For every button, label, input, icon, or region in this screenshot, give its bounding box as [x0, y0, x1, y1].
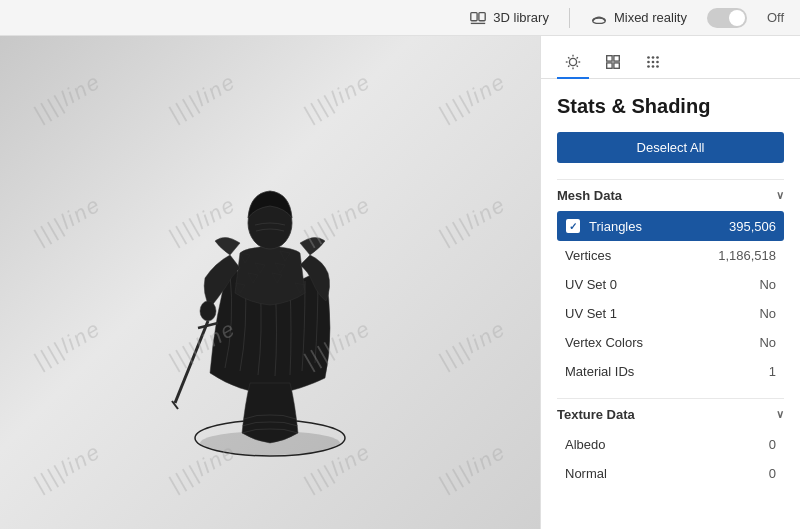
material-ids-value: 1: [716, 364, 776, 379]
tab-shading[interactable]: [557, 46, 589, 78]
3d-library-button[interactable]: 3D library: [469, 9, 549, 27]
watermark-cell: ||||line: [383, 257, 540, 431]
triangles-label: Triangles: [589, 219, 708, 234]
mixed-reality-icon: [590, 9, 608, 27]
svg-rect-21: [614, 56, 619, 61]
triangles-checkbox[interactable]: [565, 218, 581, 234]
vertex-colors-row: Vertex Colors No: [557, 328, 784, 357]
svg-point-7: [200, 301, 216, 321]
tab-dots[interactable]: [637, 46, 669, 78]
svg-point-28: [652, 61, 655, 64]
svg-point-24: [647, 56, 650, 59]
svg-line-18: [577, 57, 578, 58]
normal-label: Normal: [565, 466, 708, 481]
watermark-cell: ||||line: [0, 134, 157, 308]
watermark-cell: ||||line: [383, 134, 540, 308]
albedo-value: 0: [716, 437, 776, 452]
svg-point-3: [593, 18, 606, 23]
svg-point-29: [656, 61, 659, 64]
svg-point-11: [569, 58, 576, 65]
vertex-colors-label: Vertex Colors: [565, 335, 708, 350]
normal-row: Normal 0: [557, 459, 784, 488]
checkbox-checked-icon: [566, 219, 580, 233]
material-ids-row: Material IDs 1: [557, 357, 784, 386]
texture-section-title: Texture Data: [557, 407, 635, 422]
texture-section-header[interactable]: Texture Data ∨: [557, 398, 784, 430]
watermark-cell: ||||line: [0, 36, 157, 185]
svg-rect-1: [479, 12, 485, 20]
library-icon: [469, 9, 487, 27]
mesh-section-title: Mesh Data: [557, 188, 622, 203]
3d-viewport[interactable]: ||||line ||||line ||||line ||||line ||||…: [0, 36, 540, 529]
watermark-cell: ||||line: [0, 380, 157, 529]
uvset0-value: No: [716, 277, 776, 292]
mesh-section-header[interactable]: Mesh Data ∨: [557, 179, 784, 211]
grid-icon: [604, 53, 622, 71]
right-panel: Stats & Shading Deselect All Mesh Data ∨…: [540, 36, 800, 529]
svg-point-25: [652, 56, 655, 59]
tab-grid[interactable]: [597, 46, 629, 78]
watermark-cell: ||||line: [383, 380, 540, 529]
svg-line-19: [568, 66, 569, 67]
uvset0-label: UV Set 0: [565, 277, 708, 292]
svg-rect-20: [607, 56, 612, 61]
main-content: ||||line ||||line ||||line ||||line ||||…: [0, 36, 800, 529]
texture-data-section: Texture Data ∨ Albedo 0 Normal 0: [557, 398, 784, 488]
watermark-cell: ||||line: [0, 257, 157, 431]
vertices-row: Vertices 1,186,518: [557, 241, 784, 270]
albedo-row: Albedo 0: [557, 430, 784, 459]
uvset1-value: No: [716, 306, 776, 321]
svg-point-31: [652, 65, 655, 68]
svg-point-30: [647, 65, 650, 68]
vertex-colors-value: No: [716, 335, 776, 350]
material-ids-label: Material IDs: [565, 364, 708, 379]
albedo-label: Albedo: [565, 437, 708, 452]
svg-rect-0: [471, 12, 477, 20]
panel-content: Stats & Shading Deselect All Mesh Data ∨…: [541, 79, 800, 529]
uvset1-label: UV Set 1: [565, 306, 708, 321]
3d-model: [160, 93, 380, 473]
svg-line-8: [175, 321, 208, 403]
dots-grid-icon: [644, 53, 662, 71]
svg-rect-23: [614, 63, 619, 68]
vertices-label: Vertices: [565, 248, 708, 263]
triangles-row[interactable]: Triangles 395,506: [557, 211, 784, 241]
mixed-reality-button[interactable]: Mixed reality: [590, 9, 687, 27]
uvset1-row: UV Set 1 No: [557, 299, 784, 328]
normal-value: 0: [716, 466, 776, 481]
svg-rect-22: [607, 63, 612, 68]
toggle-state-label: Off: [767, 10, 784, 25]
texture-chevron-icon: ∨: [776, 408, 784, 421]
watermark-cell: ||||line: [383, 36, 540, 185]
mixed-reality-toggle[interactable]: [707, 8, 747, 28]
svg-point-26: [656, 56, 659, 59]
mesh-chevron-icon: ∨: [776, 189, 784, 202]
mesh-data-section: Mesh Data ∨ Triangles 395,506 Vertices 1…: [557, 179, 784, 386]
topbar-divider: [569, 8, 570, 28]
panel-title: Stats & Shading: [557, 95, 784, 118]
vertices-value: 1,186,518: [716, 248, 776, 263]
deselect-all-button[interactable]: Deselect All: [557, 132, 784, 163]
svg-point-32: [656, 65, 659, 68]
mixed-reality-label: Mixed reality: [614, 10, 687, 25]
triangles-value: 395,506: [716, 219, 776, 234]
svg-line-17: [577, 66, 578, 67]
svg-point-27: [647, 61, 650, 64]
topbar: 3D library Mixed reality Off: [0, 0, 800, 36]
svg-line-16: [568, 57, 569, 58]
panel-tabs: [541, 36, 800, 79]
sun-icon: [564, 53, 582, 71]
library-label: 3D library: [493, 10, 549, 25]
uvset0-row: UV Set 0 No: [557, 270, 784, 299]
